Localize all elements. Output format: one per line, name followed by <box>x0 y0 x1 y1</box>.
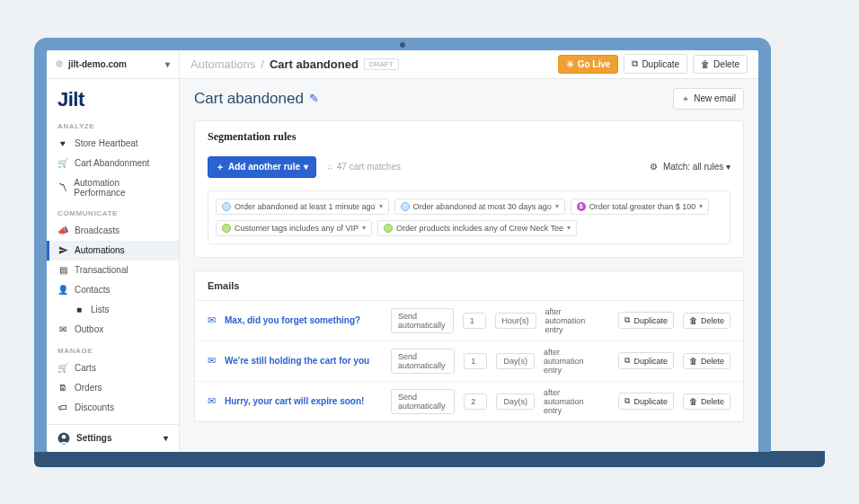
emails-title: Emails <box>195 271 743 301</box>
send-mode-select[interactable]: Send automatically <box>391 308 454 333</box>
rule-pill[interactable]: Order products includes any of Crew Neck… <box>377 220 577 236</box>
monitor-stand <box>34 451 825 467</box>
nav-store-heartbeat[interactable]: ♥ Store Heartbeat <box>47 134 179 154</box>
delay-amount-input[interactable]: 1 <box>464 353 487 369</box>
email-subject-link[interactable]: Hurry, your cart will expire soon! <box>225 396 382 406</box>
send-mode-select[interactable]: Send automatically <box>391 389 455 414</box>
rule-text: Order abandoned at most 30 days ago <box>413 202 552 211</box>
rule-pill[interactable]: Order abandoned at least 1 minute ago ▾ <box>216 199 389 215</box>
nav-label: Automation Performance <box>74 178 168 198</box>
page-title: Cart abandoned <box>194 90 304 108</box>
email-duplicate-button[interactable]: ⧉Duplicate <box>618 352 674 369</box>
email-delete-button[interactable]: 🗑Delete <box>683 353 731 369</box>
breadcrumb-root[interactable]: Automations <box>190 57 255 71</box>
copy-icon: ⧉ <box>632 58 638 69</box>
matches-count: ⛬ 47 cart matches <box>325 162 401 172</box>
chevron-down-icon: ▾ <box>699 202 703 210</box>
after-label: after automation entry <box>545 307 601 334</box>
draft-badge: DRAFT <box>364 58 399 70</box>
duplicate-button[interactable]: ⧉ Duplicate <box>624 54 687 74</box>
mail-icon: ✉ <box>58 324 68 335</box>
copy-icon: ⧉ <box>624 396 630 406</box>
nav-outbox[interactable]: ✉ Outbox <box>47 320 179 340</box>
domain-status-dot <box>56 60 63 67</box>
gear-icon: ⚙ <box>650 162 658 172</box>
rules-container: Order abandoned at least 1 minute ago ▾ … <box>208 190 731 244</box>
svg-point-1 <box>62 434 66 438</box>
go-live-label: Go Live <box>578 59 611 69</box>
domain-name: jilt-demo.com <box>68 59 127 69</box>
email-row: ✉ We're still holding the cart for you S… <box>195 341 743 382</box>
delay-unit-select[interactable]: Day(s) <box>496 393 535 410</box>
domain-selector[interactable]: jilt-demo.com ▾ <box>47 50 179 79</box>
nav-automation-perf[interactable]: 〽 Automation Performance <box>47 173 179 202</box>
send-mode-select[interactable]: Send automatically <box>391 349 455 374</box>
email-subject-link[interactable]: Max, did you forget something? <box>225 315 382 325</box>
nav-label: Broadcasts <box>75 225 120 235</box>
tag-icon <box>222 224 231 233</box>
nav-broadcasts[interactable]: 📣 Broadcasts <box>47 221 179 241</box>
nav-label: Carts <box>75 363 96 373</box>
email-subject-link[interactable]: We're still holding the cart for you <box>225 356 382 366</box>
after-label: after automation entry <box>544 388 601 415</box>
rule-pill[interactable]: Order abandoned at most 30 days ago ▾ <box>394 199 565 215</box>
line-chart-icon: 〽 <box>58 182 67 193</box>
rule-pill[interactable]: Customer tags includes any of VIP ▾ <box>216 220 372 236</box>
nav-discounts[interactable]: 🏷 Discounts <box>47 398 179 418</box>
new-email-label: New email <box>694 93 736 103</box>
nav-cart-abandonment[interactable]: 🛒 Cart Abandonment <box>47 154 179 173</box>
chevron-down-icon: ▾ <box>726 162 731 172</box>
delay-amount-input[interactable]: 2 <box>464 393 487 410</box>
edit-icon[interactable]: ✎ <box>309 92 319 105</box>
nav-section-manage: MANAGE <box>47 340 179 358</box>
nav-automations[interactable]: Automations <box>47 241 179 261</box>
cart-icon: 🛒 <box>58 158 68 169</box>
plus-icon: ＋ <box>216 161 225 173</box>
nav-label: Transactional <box>75 265 128 275</box>
rule-text: Order abandoned at least 1 minute ago <box>235 202 376 211</box>
delay-unit-select[interactable]: Day(s) <box>496 353 535 369</box>
add-rule-label: Add another rule <box>228 162 300 172</box>
list-icon: ▤ <box>58 265 68 276</box>
chevron-down-icon: ▾ <box>362 224 366 232</box>
clock-icon <box>222 202 231 211</box>
nav-label: Automations <box>75 245 125 255</box>
match-scope-dropdown[interactable]: ⚙ Match: all rules ▾ <box>650 162 731 172</box>
nav-lists[interactable]: ■ Lists <box>47 300 179 320</box>
nav-contacts[interactable]: 👤 Contacts <box>47 280 179 300</box>
nav-transactional[interactable]: ▤ Transactional <box>47 261 179 280</box>
rule-pill[interactable]: $ Order total greater than $ 100 ▾ <box>571 199 710 215</box>
after-label: after automation entry <box>544 348 601 375</box>
email-row: ✉ Hurry, your cart will expire soon! Sen… <box>195 382 743 421</box>
nav-orders[interactable]: 🗎 Orders <box>47 378 179 398</box>
go-live-button[interactable]: ☀ Go Live <box>558 55 619 74</box>
nav-carts[interactable]: 🛒 Carts <box>47 358 179 378</box>
mail-icon: ✉ <box>208 395 216 407</box>
nav-label: Store Heartbeat <box>75 138 138 148</box>
add-rule-button[interactable]: ＋ Add another rule ▾ <box>208 156 316 178</box>
email-row: ✉ Max, did you forget something? Send au… <box>195 301 743 341</box>
new-email-button[interactable]: ＋ New email <box>673 88 744 110</box>
delay-amount-input[interactable]: 1 <box>463 313 486 329</box>
segmentation-panel: Segmentation rules ＋ Add another rule ▾ … <box>194 120 744 258</box>
breadcrumb-current: Cart abandoned <box>270 57 359 71</box>
nav-label: Cart Abandonment <box>75 158 149 168</box>
email-delete-button[interactable]: 🗑Delete <box>683 313 731 329</box>
email-duplicate-button[interactable]: ⧉Duplicate <box>618 312 674 329</box>
chevron-down-icon: ▾ <box>379 202 383 210</box>
chevron-down-icon: ▾ <box>164 433 168 443</box>
delay-unit-select[interactable]: Hour(s) <box>495 313 536 329</box>
copy-icon: ⧉ <box>624 315 630 325</box>
chevron-down-icon: ▾ <box>304 162 308 172</box>
segmentation-title: Segmentation rules <box>195 121 743 151</box>
rule-text: Order total greater than $ 100 <box>589 202 696 211</box>
content: Automations / Cart abandoned DRAFT ☀ Go … <box>180 50 758 452</box>
email-delete-button[interactable]: 🗑Delete <box>683 393 731 410</box>
settings-link[interactable]: Settings ▾ <box>47 424 179 452</box>
topbar: Automations / Cart abandoned DRAFT ☀ Go … <box>180 50 758 79</box>
chevron-down-icon: ▾ <box>165 59 170 69</box>
email-duplicate-button[interactable]: ⧉Duplicate <box>618 393 674 410</box>
nav-section-analyze: ANALYZE <box>47 115 179 134</box>
delete-button[interactable]: 🗑 Delete <box>693 55 748 74</box>
product-icon <box>384 224 393 233</box>
